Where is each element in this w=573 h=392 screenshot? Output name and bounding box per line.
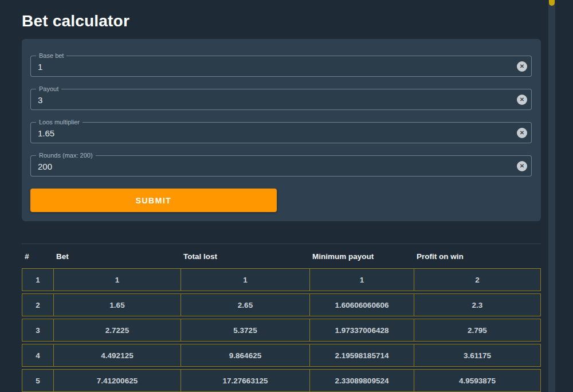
table-row: 32.72255.37251.973370064282.795 (22, 319, 541, 342)
loss-multiplier-label: Loos multiplier (36, 118, 83, 127)
rounds-label: Rounds (max: 200) (36, 151, 96, 160)
table-row: 11112 (22, 268, 541, 291)
table-row: 44.4921259.8646252.195981857143.61175 (22, 344, 541, 367)
table-cell: 1.65 (53, 293, 180, 316)
table-cell: 2.19598185714 (309, 344, 414, 367)
table-cell: 1 (53, 268, 180, 291)
table-cell: 2.65 (180, 293, 309, 316)
results-tbody: 1111221.652.651.606060606062.332.72255.3… (22, 268, 541, 392)
table-cell: 1 (180, 268, 309, 291)
table-cell: 1.60606060606 (309, 293, 414, 316)
table-cell: 4.9593875 (414, 369, 541, 392)
bet-form-card: Base bet ✕ Payout ✕ Loos multiplier ✕ Ro… (22, 39, 541, 221)
clear-icon[interactable]: ✕ (517, 128, 527, 138)
payout-label: Payout (36, 85, 61, 93)
table-cell: 4.492125 (53, 344, 180, 367)
table-cell: 3.61175 (414, 344, 541, 367)
table-cell: 2.795 (414, 319, 541, 342)
col-header-profit-on-win: Profit on win (414, 246, 541, 266)
submit-button[interactable]: SUBMIT (30, 189, 277, 212)
table-cell: 17.27663125 (180, 369, 309, 392)
table-cell: 2 (414, 268, 541, 291)
clear-icon[interactable]: ✕ (517, 161, 527, 171)
table-cell: 1.97337006428 (309, 319, 414, 342)
table-cell: 5 (22, 369, 53, 392)
table-cell: 4 (22, 344, 53, 367)
main-content: Bet calculator Base bet ✕ Payout ✕ Loos … (0, 0, 548, 392)
base-bet-input[interactable] (31, 56, 531, 76)
table-row: 57.4120062517.276631252.330898095244.959… (22, 369, 541, 392)
scrollbar-thumb[interactable] (549, 0, 555, 6)
clear-icon[interactable]: ✕ (517, 61, 527, 72)
table-cell: 3 (22, 319, 53, 342)
table-cell: 5.3725 (180, 319, 309, 342)
base-bet-field: Base bet ✕ (30, 56, 532, 77)
page-title: Bet calculator (22, 13, 541, 30)
results-table-header: # Bet Total lost Minimum payout Profit o… (22, 246, 541, 266)
table-cell: 2.3 (414, 293, 541, 316)
table-cell: 1 (22, 268, 53, 291)
table-cell: 7.41200625 (53, 369, 180, 392)
payout-field: Payout ✕ (30, 89, 532, 110)
table-cell: 2.7225 (53, 319, 180, 342)
payout-input[interactable] (31, 89, 531, 109)
rounds-input[interactable] (31, 156, 531, 176)
table-cell: 2.33089809524 (309, 369, 414, 392)
scrollbar-track[interactable] (548, 0, 555, 392)
loss-multiplier-input[interactable] (31, 123, 531, 143)
table-cell: 2 (22, 293, 53, 316)
loss-multiplier-field: Loos multiplier ✕ (30, 122, 532, 143)
col-header-minimum-payout: Minimum payout (309, 246, 414, 266)
rounds-field: Rounds (max: 200) ✕ (30, 155, 532, 177)
table-row: 21.652.651.606060606062.3 (22, 293, 541, 316)
table-cell: 1 (309, 268, 414, 291)
base-bet-label: Base bet (36, 52, 66, 60)
table-cell: 9.864625 (180, 344, 309, 367)
col-header-index: # (22, 246, 53, 266)
col-header-bet: Bet (53, 246, 180, 266)
clear-icon[interactable]: ✕ (517, 95, 527, 105)
results-table: # Bet Total lost Minimum payout Profit o… (22, 244, 541, 392)
col-header-total-lost: Total lost (180, 246, 309, 266)
